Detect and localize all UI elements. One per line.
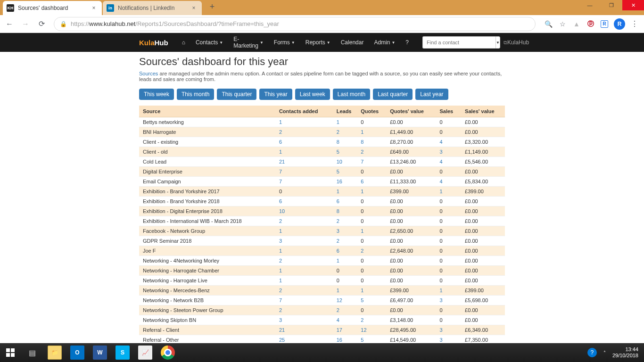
find-contact-input[interactable] xyxy=(422,36,495,49)
cell-link[interactable]: 6 xyxy=(337,198,339,204)
nav-calendar[interactable]: Calendar xyxy=(336,33,369,52)
timeframe-button[interactable]: This year xyxy=(259,89,292,100)
cell-link[interactable]: 2 xyxy=(279,307,282,313)
nav-emarketing[interactable]: E-Marketing▼ xyxy=(228,33,269,52)
cell-link[interactable]: 7 xyxy=(279,169,282,174)
cell-link[interactable]: 1 xyxy=(361,288,363,293)
cell-link[interactable]: 12 xyxy=(361,327,366,333)
start-button[interactable] xyxy=(0,343,21,362)
nav-home[interactable]: ⌂ xyxy=(177,33,190,52)
cell-link[interactable]: 3 xyxy=(337,228,339,234)
col-sval[interactable]: Sales' value xyxy=(461,106,505,117)
col-qval[interactable]: Quotes' value xyxy=(386,106,436,117)
new-tab-button[interactable]: + xyxy=(206,0,219,13)
col-leads[interactable]: Leads xyxy=(333,106,357,117)
cell-link[interactable]: 25 xyxy=(279,337,285,343)
col-source[interactable]: Source xyxy=(139,106,275,117)
cell-link[interactable]: 2 xyxy=(361,248,363,254)
cell-link[interactable]: 5 xyxy=(361,297,363,303)
cell-link[interactable]: 2 xyxy=(279,288,282,293)
col-contacts[interactable]: Contacts added xyxy=(275,106,333,117)
cell-link[interactable]: 4 xyxy=(439,139,442,145)
taskbar-outlook[interactable]: O xyxy=(66,343,89,362)
close-window-button[interactable]: ✕ xyxy=(622,0,644,10)
cell-link[interactable]: 1 xyxy=(361,129,363,135)
cell-link[interactable]: 1 xyxy=(361,189,363,194)
close-tab-icon[interactable]: × xyxy=(190,5,197,11)
popout-icon[interactable]: ⧉ xyxy=(504,40,507,46)
cell-link[interactable]: 10 xyxy=(337,159,342,165)
cell-link[interactable]: 5 xyxy=(361,337,363,343)
nav-reports[interactable]: Reports▼ xyxy=(300,33,336,52)
back-button[interactable]: ← xyxy=(3,17,16,31)
taskbar-word[interactable]: W xyxy=(89,343,111,362)
cell-link[interactable]: 7 xyxy=(279,297,282,303)
cell-link[interactable]: 8 xyxy=(337,208,339,214)
pinterest-icon[interactable]: ⓟ xyxy=(586,20,595,28)
cell-link[interactable]: 6 xyxy=(361,179,363,184)
cell-link[interactable]: 1 xyxy=(337,189,339,194)
taskbar-taskmgr[interactable]: 📈 xyxy=(134,343,157,362)
cell-link[interactable]: 2 xyxy=(361,149,363,155)
cell-link[interactable]: 3 xyxy=(439,149,442,155)
taskbar-skype[interactable]: S xyxy=(111,343,134,362)
reload-button[interactable]: ⟳ xyxy=(35,17,48,31)
cell-link[interactable]: 8 xyxy=(337,139,339,145)
cell-link[interactable]: 2 xyxy=(337,129,339,135)
cell-link[interactable]: 2 xyxy=(337,307,339,313)
cell-link[interactable]: 1 xyxy=(337,119,339,125)
task-view-button[interactable]: ▤ xyxy=(21,343,43,362)
cell-link[interactable]: 1 xyxy=(279,119,282,125)
cell-link[interactable]: 1 xyxy=(279,149,282,155)
cell-link[interactable]: 3 xyxy=(439,327,442,333)
brand-logo[interactable]: KulaHub xyxy=(139,39,168,47)
cell-link[interactable]: 3 xyxy=(439,297,442,303)
cell-link[interactable]: 1 xyxy=(361,228,363,234)
cell-link[interactable]: 1 xyxy=(337,288,339,293)
cell-link[interactable]: 4 xyxy=(439,159,442,165)
drive-icon[interactable]: ▲ xyxy=(572,20,581,28)
cell-link[interactable]: 1 xyxy=(439,189,442,194)
nav-help[interactable]: ? xyxy=(400,33,414,52)
cell-link[interactable]: 1 xyxy=(279,228,282,234)
cell-link[interactable]: 1 xyxy=(279,268,282,273)
zoom-icon[interactable]: 🔍 xyxy=(544,20,553,28)
cell-link[interactable]: 21 xyxy=(279,159,285,165)
cell-link[interactable]: 10 xyxy=(279,208,285,214)
cell-link[interactable]: 1 xyxy=(279,278,282,283)
maximize-button[interactable]: ❐ xyxy=(601,0,622,10)
sources-link[interactable]: Sources xyxy=(139,71,158,76)
cell-link[interactable]: 3 xyxy=(279,317,282,323)
cell-link[interactable]: 1 xyxy=(279,248,282,254)
cell-link[interactable]: 2 xyxy=(279,258,282,263)
cell-link[interactable]: 2 xyxy=(337,238,339,244)
cell-link[interactable]: 3 xyxy=(279,238,282,244)
cell-link[interactable]: 6 xyxy=(279,139,282,145)
help-tray-icon[interactable]: ? xyxy=(587,348,597,357)
cell-link[interactable]: 2 xyxy=(279,218,282,224)
taskbar-explorer[interactable]: 📁 xyxy=(43,343,66,362)
url-bar[interactable]: 🔒 https:// www.kulahub.net /Reports1/Sou… xyxy=(54,17,536,31)
timeframe-button[interactable]: Last week xyxy=(295,89,330,100)
timeframe-button[interactable]: This quarter xyxy=(217,89,256,100)
cell-link[interactable]: 3 xyxy=(439,337,442,343)
minimize-button[interactable]: — xyxy=(579,0,601,10)
cell-link[interactable]: 7 xyxy=(279,179,282,184)
cell-link[interactable]: 4 xyxy=(337,317,339,323)
cell-link[interactable]: 6 xyxy=(337,248,339,254)
cell-link[interactable]: 5 xyxy=(337,149,339,155)
close-tab-icon[interactable]: × xyxy=(91,5,97,11)
extension-icon[interactable]: R xyxy=(601,20,608,28)
taskbar-clock[interactable]: 13:44 29/10/2018 xyxy=(612,346,638,359)
nav-right-label[interactable]: KulaHub xyxy=(507,39,529,46)
cell-link[interactable]: 1 xyxy=(439,288,442,293)
profile-avatar[interactable]: R xyxy=(614,18,625,30)
nav-contacts[interactable]: Contacts▼ xyxy=(190,33,228,52)
nav-forms[interactable]: Forms▼ xyxy=(269,33,300,52)
timeframe-button[interactable]: This month xyxy=(177,89,214,100)
cell-link[interactable]: 16 xyxy=(337,179,342,184)
timeframe-button[interactable]: This week xyxy=(139,89,174,100)
cell-link[interactable]: 2 xyxy=(337,218,339,224)
cell-link[interactable]: 1 xyxy=(337,258,339,263)
browser-tab[interactable]: inNotifications | LinkedIn× xyxy=(103,1,202,15)
